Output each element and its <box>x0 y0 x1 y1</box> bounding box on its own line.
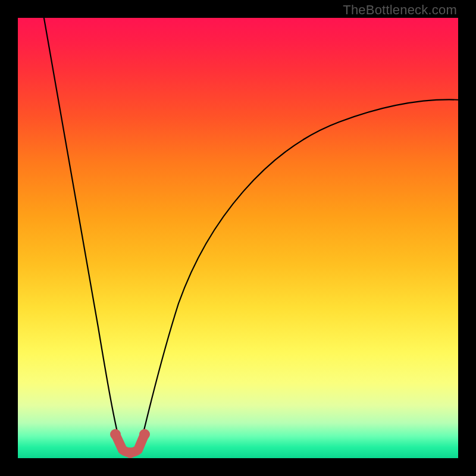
watermark-text: TheBottleneck.com <box>343 2 457 18</box>
valley-marker-dot-bottom <box>126 449 135 458</box>
bottleneck-curve <box>18 18 458 458</box>
valley-marker-dot-left <box>110 429 121 440</box>
chart-frame: TheBottleneck.com <box>0 0 476 476</box>
curve-right-branch <box>139 99 458 449</box>
valley-marker-dot-right <box>139 429 150 440</box>
curve-left-branch <box>43 18 121 449</box>
plot-area <box>18 18 458 458</box>
